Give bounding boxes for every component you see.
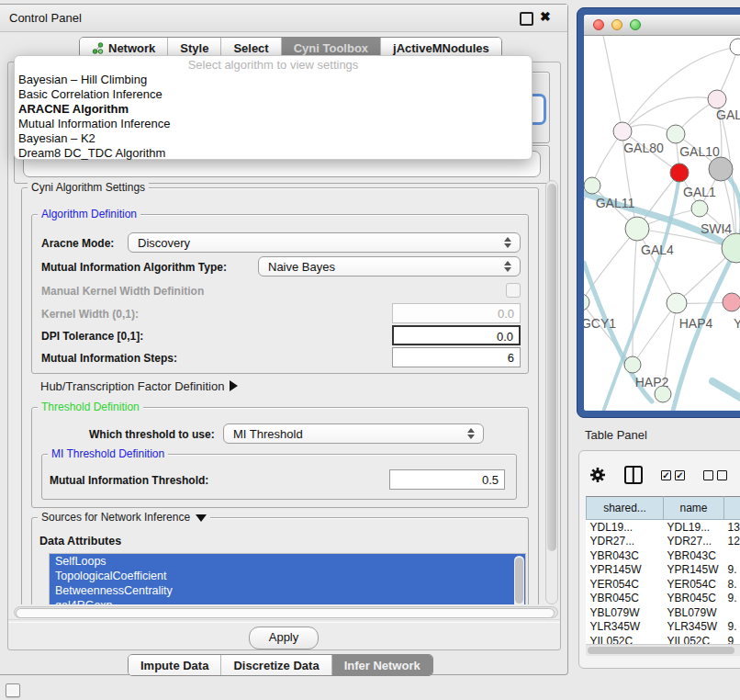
network-node-gal[interactable] [708, 90, 726, 108]
node-label: GAL11 [596, 196, 635, 210]
table-row[interactable]: YLR345WYLR345W9. [587, 620, 740, 635]
table-row[interactable]: YPR145WYPR145W9. [587, 563, 740, 578]
popup-header: Select algorithm to view settings [15, 58, 532, 73]
settings-vertical-scrollbar[interactable] [545, 180, 558, 604]
algorithm-option[interactable]: Bayesian – K2 [15, 131, 532, 146]
table-cell [724, 548, 740, 563]
table-row[interactable]: YDR27...YDR27...12 [587, 535, 740, 549]
table-horizontal-scrollbar[interactable] [586, 644, 740, 656]
algorithm-option[interactable]: ARACNE Algorithm [15, 102, 532, 117]
table-cell: 13 [724, 520, 740, 535]
network-node-swi4[interactable] [691, 200, 708, 217]
network-node-gal1[interactable] [670, 164, 689, 182]
algorithm-option[interactable]: Mutual Information Inference [15, 117, 532, 131]
algorithm-option[interactable]: Dream8 DC_TDC Algorithm [15, 146, 532, 161]
data-attributes-list[interactable]: SelfLoopsTopologicalCoefficientBetweenne… [49, 553, 526, 604]
node-label: GAL1 [683, 185, 716, 199]
column-header[interactable]: name [664, 497, 724, 520]
data-attribute-item[interactable]: TopologicalCoefficient [50, 569, 525, 583]
network-edge-thick[interactable] [712, 381, 740, 400]
network-node[interactable] [730, 39, 740, 55]
minimize-traffic-light-icon[interactable] [611, 19, 622, 30]
network-node-gal11[interactable] [584, 177, 600, 194]
table-cell: YDL19... [664, 520, 724, 535]
node-label: SWI4 [701, 221, 732, 236]
column-header[interactable]: shared... [587, 497, 664, 520]
data-attribute-item[interactable]: gal4RGexp [50, 598, 525, 604]
mi-threshold-field[interactable]: 0.5 [389, 469, 505, 490]
table-row[interactable]: YBL079WYBL079W [587, 605, 740, 620]
data-attribute-item[interactable]: BetweennessCentrality [50, 583, 525, 598]
expanded-arrow-icon [196, 514, 207, 522]
network-node-gal80[interactable] [613, 122, 632, 141]
column-header[interactable]: A [724, 497, 740, 520]
close-traffic-light-icon[interactable] [593, 19, 604, 30]
dpi-tolerance-label: DPI Tolerance [0,1]: [41, 330, 143, 343]
network-edge[interactable] [602, 36, 622, 131]
algorithm-popup-list: Bayesian – Hill ClimbingBasic Correlatio… [15, 73, 532, 161]
table-panel-title: Table Panel [585, 428, 647, 442]
table-body: YDL19...YDL19...13YDR27...YDR27...12YBR0… [587, 520, 740, 649]
deselect-all-icon[interactable] [703, 470, 727, 480]
table-cell: YER054C [587, 577, 664, 592]
sources-title[interactable]: Sources for Network Inference [38, 511, 210, 524]
network-node-gal10[interactable] [667, 125, 685, 143]
network-node[interactable] [709, 157, 733, 181]
gear-icon[interactable] [589, 467, 606, 483]
network-node-gcy1[interactable] [584, 294, 589, 310]
network-edge[interactable] [633, 229, 637, 365]
aracne-mode-combobox[interactable]: Discovery [128, 232, 521, 253]
tab-impute-data[interactable]: Impute Data [129, 655, 221, 675]
network-node-y[interactable] [723, 293, 740, 311]
table-row[interactable]: YBR045CYBR045C9. [587, 592, 740, 606]
table-row[interactable]: YDL19...YDL19...13 [587, 520, 740, 535]
table-cell: YBL079W [587, 605, 664, 620]
network-node-gal4[interactable] [625, 217, 649, 241]
aracne-mode-value: Discovery [129, 236, 499, 250]
mi-steps-field[interactable]: 6 [392, 347, 521, 367]
tab-label: jActiveMNodules [393, 41, 489, 55]
settings-horizontal-scrollbar[interactable] [14, 606, 558, 618]
tab-label: Cyni Toolbox [294, 41, 368, 55]
network-canvas-svg[interactable]: GALGAL80GAL10GAL1SWI4GAL11GAL4GCY1HAP4YH… [584, 36, 740, 411]
table-cell: 9. [724, 592, 740, 606]
network-node[interactable] [655, 386, 671, 402]
algorithm-dropdown-popup: Select algorithm to view settings Bayesi… [14, 55, 533, 160]
show-columns-icon[interactable] [624, 466, 643, 484]
control-panel-titlebar: Control Panel ✖ [0, 5, 567, 32]
algorithm-definition-title: Algorithm Definition [38, 208, 140, 220]
apply-button[interactable]: Apply [249, 627, 319, 649]
zoom-traffic-light-icon[interactable] [630, 19, 641, 30]
manual-kernel-checkbox[interactable] [506, 283, 521, 298]
manual-kernel-label: Manual Kernel Width Definition [41, 285, 204, 298]
table-toolbar: ✓✓ [589, 462, 740, 488]
network-node-hap2[interactable] [624, 356, 641, 373]
float-window-icon[interactable] [520, 12, 533, 26]
kernel-width-field[interactable]: 0.0 [392, 303, 521, 323]
algorithm-option[interactable]: Bayesian – Hill Climbing [15, 73, 532, 87]
select-all-icon[interactable]: ✓✓ [661, 470, 685, 480]
tab-infer-network[interactable]: Infer Network [332, 655, 432, 675]
dpi-tolerance-field[interactable]: 0.0 [392, 325, 521, 345]
combo-arrows-icon [499, 261, 516, 272]
mi-type-combobox[interactable]: Naive Bayes [258, 256, 521, 277]
network-edge[interactable] [622, 97, 717, 131]
which-threshold-label: Which threshold to use: [89, 428, 215, 441]
network-window-titlebar[interactable] [584, 15, 740, 36]
data-attribute-item[interactable]: SelfLoops [50, 554, 525, 569]
table-row[interactable]: YBR043CYBR043C [587, 548, 740, 563]
table-header-row[interactable]: shared...nameA [587, 497, 740, 520]
network-view-window[interactable]: GALGAL80GAL10GAL1SWI4GAL11GAL4GCY1HAP4YH… [577, 7, 740, 418]
node-label: GAL [716, 107, 740, 122]
close-window-icon[interactable]: ✖ [540, 9, 551, 24]
which-threshold-combobox[interactable]: MI Threshold [223, 423, 484, 444]
list-scrollbar[interactable] [514, 556, 524, 604]
table-cell: YLR345W [587, 620, 664, 635]
algorithm-option[interactable]: Basic Correlation Inference [15, 87, 532, 102]
minimized-panel-icon[interactable] [6, 683, 20, 697]
table-row[interactable]: YER054CYER054C8. [587, 577, 740, 592]
network-node-hap4[interactable] [667, 293, 687, 313]
hub-definition-toggle[interactable]: Hub/Transcription Factor Definition [40, 379, 238, 393]
tab-discretize-data[interactable]: Discretize Data [221, 655, 331, 675]
table-cell: 12 [724, 535, 740, 549]
